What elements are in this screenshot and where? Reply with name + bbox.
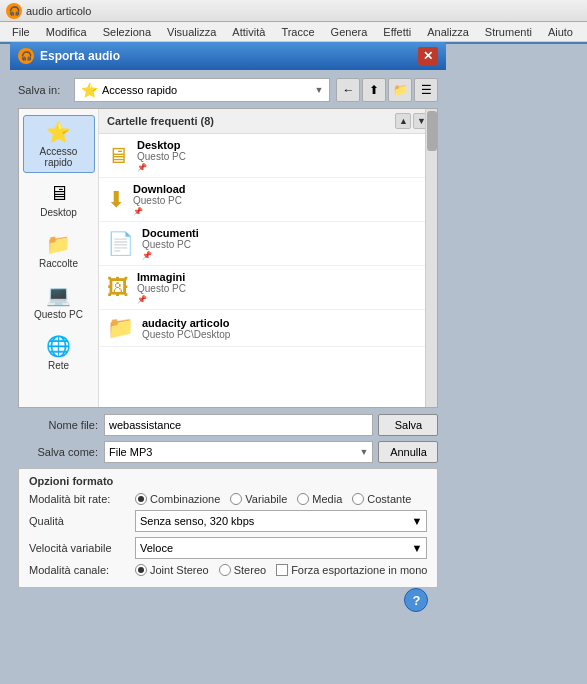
sidebar-item-raccolte[interactable]: 📁 Raccolte [23, 227, 95, 274]
new-folder-button[interactable]: 📁 [388, 78, 412, 102]
forza-mono-label: Forza esportazione in mono [291, 564, 427, 576]
folder-audacity-articolo[interactable]: 📁 audacity articolo Questo PC\Desktop [99, 310, 437, 347]
nome-file-input[interactable] [104, 414, 373, 436]
folder-immagini-icon: 🖼 [107, 275, 129, 301]
velocita-combo[interactable]: Veloce ▼ [135, 537, 427, 559]
sidebar-item-rete[interactable]: 🌐 Rete [23, 329, 95, 376]
radio-costante[interactable]: Costante [352, 493, 411, 505]
radio-combinazione-circle [135, 493, 147, 505]
menu-file[interactable]: File [4, 24, 38, 40]
salva-come-row: Salva come: File MP3 ▼ Annulla [18, 441, 438, 463]
up-button[interactable]: ⬆ [362, 78, 386, 102]
velocita-row: Velocità variabile Veloce ▼ [29, 537, 427, 559]
velocita-value: Veloce [140, 542, 173, 554]
radio-stereo-label: Stereo [234, 564, 266, 576]
qualita-combo[interactable]: Senza senso, 320 kbps ▼ [135, 510, 427, 532]
qualita-row: Qualità Senza senso, 320 kbps ▼ [29, 510, 427, 532]
file-browser: ⭐ Accesso rapido 🖥 Desktop 📁 Raccolte 💻 … [18, 108, 438, 408]
back-button[interactable]: ← [336, 78, 360, 102]
folder-desktop-pin: 📌 [137, 163, 186, 172]
salva-come-select[interactable]: File MP3 ▼ [104, 441, 373, 463]
folder-download[interactable]: ⬇ Download Questo PC 📌 [99, 178, 437, 222]
folder-download-pin: 📌 [133, 207, 186, 216]
raccolte-icon: 📁 [46, 232, 71, 256]
folder-immagini-pin: 📌 [137, 295, 186, 304]
menu-strumenti[interactable]: Strumenti [477, 24, 540, 40]
radio-variabile-label: Variabile [245, 493, 287, 505]
folder-download-sub: Questo PC [133, 195, 186, 206]
menu-attivita[interactable]: Attività [224, 24, 273, 40]
file-list[interactable]: Cartelle frequenti (8) ▲ ▼ 🖥 Desktop Que… [99, 109, 437, 407]
menu-visualizza[interactable]: Visualizza [159, 24, 224, 40]
annulla-button[interactable]: Annulla [378, 441, 438, 463]
canale-radio-group: Joint Stereo Stereo Forza esportazione i… [135, 564, 427, 576]
radio-joint-stereo[interactable]: Joint Stereo [135, 564, 209, 576]
folder-audacity-name: audacity articolo [142, 317, 230, 329]
salva-button[interactable]: Salva [378, 414, 438, 436]
menu-seleziona[interactable]: Seleziona [95, 24, 159, 40]
radio-joint-stereo-label: Joint Stereo [150, 564, 209, 576]
file-browser-sidebar: ⭐ Accesso rapido 🖥 Desktop 📁 Raccolte 💻 … [19, 109, 99, 407]
canale-row: Modalità canale: Joint Stereo Stereo For… [29, 564, 427, 576]
options-title: Opzioni formato [29, 475, 427, 487]
radio-stereo[interactable]: Stereo [219, 564, 266, 576]
menu-genera[interactable]: Genera [323, 24, 376, 40]
radio-costante-label: Costante [367, 493, 411, 505]
menu-effetti[interactable]: Effetti [375, 24, 419, 40]
nome-file-row: Nome file: Salva [18, 414, 438, 436]
folder-documenti-sub: Questo PC [142, 239, 199, 250]
radio-media-circle [297, 493, 309, 505]
sidebar-item-desktop[interactable]: 🖥 Desktop [23, 177, 95, 223]
sidebar-item-accesso-rapido[interactable]: ⭐ Accesso rapido [23, 115, 95, 173]
help-button[interactable]: ? [404, 588, 428, 612]
menu-tracce[interactable]: Tracce [273, 24, 322, 40]
app-icon: 🎧 [6, 3, 22, 19]
bit-rate-row: Modalità bit rate: Combinazione Variabil… [29, 493, 427, 505]
velocita-label: Velocità variabile [29, 542, 129, 554]
bit-rate-label: Modalità bit rate: [29, 493, 129, 505]
salva-come-value: File MP3 [109, 446, 152, 458]
scrollbar[interactable] [425, 109, 437, 407]
radio-costante-circle [352, 493, 364, 505]
questo-pc-icon: 💻 [46, 283, 71, 307]
menu-modifica[interactable]: Modifica [38, 24, 95, 40]
dialog-close-button[interactable]: ✕ [418, 47, 438, 65]
sidebar-label-rete: Rete [48, 360, 69, 371]
radio-variabile-circle [230, 493, 242, 505]
save-in-arrow-icon: ▼ [315, 85, 324, 95]
radio-variabile[interactable]: Variabile [230, 493, 287, 505]
radio-combinazione[interactable]: Combinazione [135, 493, 220, 505]
options-section: Opzioni formato Modalità bit rate: Combi… [18, 468, 438, 588]
velocita-arrow-icon: ▼ [412, 542, 423, 554]
folder-immagini-sub: Questo PC [137, 283, 186, 294]
bit-rate-radio-group: Combinazione Variabile Media Costante [135, 493, 411, 505]
salva-come-label: Salva come: [18, 446, 98, 458]
folder-immagini[interactable]: 🖼 Immagini Questo PC 📌 [99, 266, 437, 310]
dialog-title: Esporta audio [40, 49, 418, 63]
radio-stereo-circle [219, 564, 231, 576]
scroll-up-button[interactable]: ▲ [395, 113, 411, 129]
folder-documenti[interactable]: 📄 Documenti Questo PC 📌 [99, 222, 437, 266]
save-in-label: Salva in: [18, 84, 68, 96]
radio-joint-stereo-circle [135, 564, 147, 576]
export-audio-dialog: 🎧 Esporta audio ✕ Salva in: ⭐ Accesso ra… [10, 42, 446, 630]
sidebar-item-questo-pc[interactable]: 💻 Questo PC [23, 278, 95, 325]
folder-desktop[interactable]: 🖥 Desktop Questo PC 📌 [99, 134, 437, 178]
qualita-arrow-icon: ▼ [412, 515, 423, 527]
qualita-label: Qualità [29, 515, 129, 527]
menu-aiuto[interactable]: Aiuto [540, 24, 581, 40]
desktop-icon: 🖥 [49, 182, 69, 205]
menu-analizza[interactable]: Analizza [419, 24, 477, 40]
checkbox-forza-mono[interactable]: Forza esportazione in mono [276, 564, 427, 576]
save-in-star-icon: ⭐ [81, 82, 98, 98]
salva-come-arrow-icon: ▼ [360, 447, 369, 457]
radio-media[interactable]: Media [297, 493, 342, 505]
canale-label: Modalità canale: [29, 564, 129, 576]
save-in-combo[interactable]: ⭐ Accesso rapido ▼ [74, 78, 330, 102]
dialog-icon: 🎧 [18, 48, 34, 64]
toolbar-icons: ← ⬆ 📁 ☰ [336, 78, 438, 102]
folder-desktop-sub: Questo PC [137, 151, 186, 162]
folder-audacity-icon: 📁 [107, 315, 134, 341]
view-button[interactable]: ☰ [414, 78, 438, 102]
forza-mono-checkbox[interactable] [276, 564, 288, 576]
